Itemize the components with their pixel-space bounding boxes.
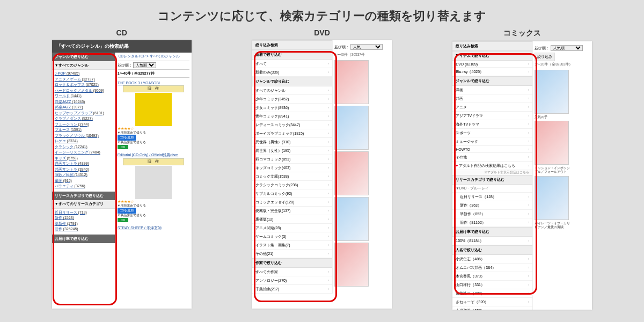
filter-row[interactable]: イラスト集・画集(7)› [252, 241, 332, 250]
filter-row[interactable]: すべてのジャンル› [252, 86, 332, 95]
filter-row[interactable]: さねゅーぞ（320）› [452, 298, 532, 306]
filter-link[interactable]: キッズ (5758) [55, 156, 112, 162]
adult-note[interactable]: ※アダルト非表示設定はこちら [452, 170, 532, 175]
filter-row[interactable]: アニメ関連(28)› [252, 224, 332, 232]
filter-link[interactable]: フュージョン (2744) [55, 122, 112, 128]
filter-link[interactable]: 旧作 (325245) [55, 226, 112, 232]
filter-link[interactable]: ハードロック／メタル (9509) [55, 88, 112, 94]
prod-title[interactable]: THE BOOK 3 / YOASOBI [118, 81, 189, 85]
filter-row[interactable]: 遠藤浩二（323）› [452, 289, 532, 298]
product-1[interactable]: THE BOOK 3 / YOASOBI 旧 作 ★★★★☆ ▼月額課金で借りる… [118, 81, 189, 149]
filter-row[interactable]: 千葉治虫(217)› [252, 285, 332, 294]
filter-row[interactable]: ゲームコミック(3)› [252, 232, 332, 241]
filter-link[interactable]: 邦画サントラ (3840) [55, 167, 112, 173]
product-2[interactable]: Editorial [CD Only] / Official髭男dism 旧 作… [118, 152, 189, 222]
filter-row[interactable]: DVD (82189)› [452, 61, 532, 68]
filter-row[interactable]: 少年コミック(3452)› [252, 95, 332, 104]
thumb[interactable] [334, 197, 369, 241]
filter-row[interactable]: 木宮香風（373）› [452, 272, 532, 281]
cd-button[interactable]: CD [118, 145, 129, 149]
filter-link[interactable]: 近日リリース (713) [55, 210, 112, 216]
filter-row[interactable]: レディースコミック(3447)› [252, 121, 332, 129]
filter-row[interactable]: 邦画› [452, 94, 532, 103]
filter-row[interactable]: アジアTVドラマ› [452, 112, 532, 120]
filter-link[interactable]: 童謡 (915) [55, 178, 112, 184]
filter-row[interactable]: HOWTO› [452, 146, 532, 153]
filter-row[interactable]: 廉価版(12)› [252, 215, 332, 224]
filter-link[interactable]: イージーリスニング (7404) [55, 150, 112, 156]
sort-select[interactable]: 人気順 [551, 45, 583, 51]
pager: 1〜40件（30537件 [334, 52, 390, 58]
filter-row[interactable]: その他› [452, 153, 532, 162]
filter-link[interactable]: レゲエ (2334) [55, 138, 112, 144]
thumb[interactable] [334, 60, 369, 104]
filter-link[interactable]: ヒップホップ／ラップ (6101) [55, 111, 112, 116]
filter-link[interactable]: クラシック (17241) [55, 144, 112, 150]
thumb[interactable] [535, 176, 569, 220]
filter-row[interactable]: コミックエッセイ(128)› [252, 198, 332, 207]
chevron-right-icon: › [528, 212, 529, 216]
filter-row[interactable]: キッズコミック(403)› [252, 164, 332, 172]
filter-link[interactable]: 準新作 (1791) [55, 221, 112, 227]
filter-row[interactable]: 準新作（852）› [452, 210, 532, 218]
filter-link[interactable]: 洋楽JAZZ (16245) [55, 99, 112, 105]
filter-row[interactable]: すべて› [252, 60, 332, 68]
filter-row[interactable]: 100%（81184）› [452, 237, 532, 245]
cd-button[interactable]: CD [118, 218, 129, 222]
filter-link[interactable]: ワールド (1441) [55, 93, 112, 99]
filter-link[interactable]: 演歌／民謡 (14512) [55, 172, 112, 178]
filter-row[interactable]: スポーツ› [452, 129, 532, 137]
filter-link[interactable]: J-POP (97485) [55, 71, 112, 77]
filter-row[interactable]: 四コマコミック(853)› [252, 155, 332, 164]
filter-row[interactable]: 近日リリース（128）› [452, 193, 532, 201]
filter-row[interactable]: オムニバス邦画（384）› [452, 264, 532, 272]
filter-link[interactable]: 邦楽JAZZ (3977) [55, 105, 112, 111]
filter-row[interactable]: その他(21)› [252, 250, 332, 258]
sort-select[interactable]: 人気 [350, 44, 383, 50]
filter-row[interactable]: 異世界（男性）(310)› [252, 138, 332, 147]
filter-row[interactable]: 青年コミック(8941)› [252, 112, 332, 121]
filter-row[interactable]: 海外TVドラマ› [452, 120, 532, 129]
filter-link[interactable]: 新作 (1528) [55, 215, 112, 221]
filter-row[interactable]: 小沢仁志（486）› [452, 255, 532, 264]
filter-row[interactable]: アンソロジー(270)› [252, 276, 332, 285]
filter-row[interactable]: 山口祥行（331）› [452, 281, 532, 289]
filter-link[interactable]: ブルース (1591) [55, 127, 112, 133]
filter-row[interactable]: サブカルコミック(92)› [252, 189, 332, 198]
filter-row[interactable]: コミック文庫(1538)› [252, 172, 332, 181]
sort-select[interactable]: 人気順 [133, 62, 156, 68]
filter-row[interactable]: ボーイズラブコミック(1815)› [252, 129, 332, 138]
filter-row[interactable]: クラシックコミック(236)› [252, 181, 332, 189]
filter-row[interactable]: 愛蔵版・完全版(137)› [252, 207, 332, 215]
filter-row[interactable]: 新着のみ(336)› [252, 68, 332, 77]
filter-row[interactable]: アニメ› [452, 103, 532, 112]
thumb[interactable] [334, 151, 369, 195]
filter-row[interactable]: ミュージック› [452, 137, 532, 146]
adult-row[interactable]: ♥ アダルト作品の検索結果はこちら › [452, 162, 532, 170]
product-3[interactable]: STRAY SHEEP / 米津玄師 [118, 225, 189, 231]
filter-row[interactable]: 異世界（女性）(195)› [252, 147, 332, 155]
filter-link[interactable]: クラブ／ダンス (9227) [55, 116, 112, 122]
filter-row[interactable]: 新作（363）› [452, 201, 532, 210]
filter-link[interactable]: ロック＆ポップス (67025) [55, 82, 112, 88]
filter-row[interactable]: すべての作家› [252, 268, 332, 276]
filter-link[interactable]: アニメ／ゲーム (32737) [55, 77, 112, 83]
add-cd-button[interactable]: CDを追加 [118, 208, 136, 214]
filter-row[interactable]: Blu-ray（4025）› [452, 68, 532, 76]
filter-row[interactable]: 小沢和義（307）› [452, 306, 532, 310]
thumb[interactable] [334, 106, 369, 150]
thumb[interactable] [334, 243, 369, 287]
prod-title[interactable]: Editorial [CD Only] / Official髭男dism [118, 152, 189, 158]
filter-tab[interactable]: 絞り込み [535, 53, 555, 61]
breadcrumb[interactable]: CDレンタルTOP > すべてのジャンル [118, 53, 189, 61]
prod-title[interactable]: STRAY SHEEP / 米津玄師 [118, 225, 189, 231]
thumb[interactable] [535, 70, 569, 114]
filter-row[interactable]: 洋画› [452, 86, 532, 94]
thumb[interactable] [535, 121, 569, 165]
filter-link[interactable]: バラエティ (3756) [55, 184, 112, 189]
add-cd-button[interactable]: CDを追加 [118, 135, 136, 141]
filter-row[interactable]: 少女コミック(8936)› [252, 104, 332, 112]
filter-link[interactable]: ブラック／ソウル (10493) [55, 133, 112, 139]
filter-row[interactable]: 旧作（81162）› [452, 218, 532, 227]
filter-link[interactable]: 洋画サントラ (4899) [55, 161, 112, 167]
